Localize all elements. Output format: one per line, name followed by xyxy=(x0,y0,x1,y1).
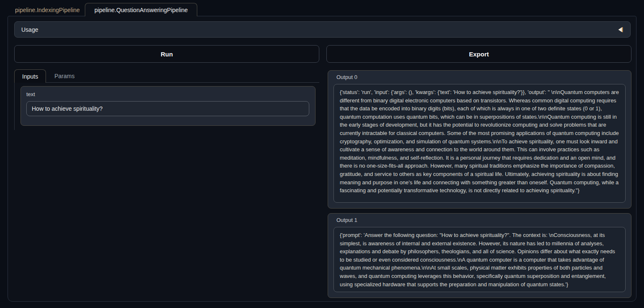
run-button[interactable]: Run xyxy=(14,45,319,63)
output-0-label: Output 0 xyxy=(333,74,626,80)
tab-question-answering-pipeline[interactable]: pipeline.QuestionAnsweringPipeline xyxy=(85,3,197,16)
usage-accordion-label: Usage xyxy=(21,26,38,33)
usage-accordion[interactable]: Usage xyxy=(14,21,631,38)
output-0-textbox[interactable]: {'status': 'run', 'input': {'args': (), … xyxy=(333,84,626,203)
output-0-panel: Output 0 {'status': 'run', 'input': {'ar… xyxy=(328,70,631,209)
inputs-params-tablist: Inputs Params xyxy=(14,69,319,83)
text-input[interactable] xyxy=(26,101,309,116)
inputs-tab-content: text xyxy=(14,83,319,130)
output-1-panel: Output 1 {'prompt': 'Answer the followin… xyxy=(328,213,631,298)
output-1-label: Output 1 xyxy=(333,217,626,223)
export-button[interactable]: Export xyxy=(326,45,631,63)
text-field-group: text xyxy=(20,86,316,126)
tab-indexing-pipeline[interactable]: pipeline.IndexingPipeline xyxy=(8,3,87,16)
tab-params[interactable]: Params xyxy=(46,69,83,82)
text-field-label: text xyxy=(26,91,310,97)
tab-inputs[interactable]: Inputs xyxy=(14,69,46,83)
collapse-arrow-icon xyxy=(618,27,624,33)
pipeline-tab-content: Usage Run Export Inputs Params text Outp… xyxy=(8,16,636,302)
output-1-textbox[interactable]: {'prompt': 'Answer the following questio… xyxy=(333,227,626,292)
